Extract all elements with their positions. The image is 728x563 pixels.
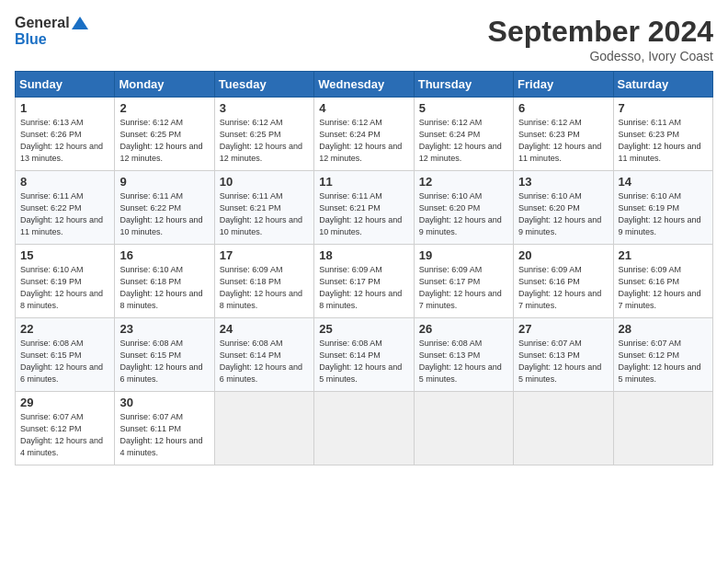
- day-info: Sunrise: 6:12 AMSunset: 6:25 PMDaylight:…: [119, 117, 209, 165]
- calendar-cell: 29Sunrise: 6:07 AMSunset: 6:12 PMDayligh…: [16, 392, 115, 465]
- day-info: Sunrise: 6:11 AMSunset: 6:21 PMDaylight:…: [319, 190, 408, 238]
- day-info: Sunrise: 6:09 AMSunset: 6:16 PMDaylight:…: [619, 264, 708, 312]
- day-info: Sunrise: 6:10 AMSunset: 6:18 PMDaylight:…: [119, 264, 209, 312]
- day-number: 8: [20, 175, 109, 189]
- calendar-cell: 13Sunrise: 6:10 AMSunset: 6:20 PMDayligh…: [514, 171, 613, 245]
- calendar-table: SundayMondayTuesdayWednesdayThursdayFrid…: [15, 71, 713, 465]
- calendar-cell: 24Sunrise: 6:08 AMSunset: 6:14 PMDayligh…: [214, 318, 313, 392]
- day-info: Sunrise: 6:10 AMSunset: 6:20 PMDaylight:…: [518, 190, 608, 238]
- calendar-cell: 22Sunrise: 6:08 AMSunset: 6:15 PMDayligh…: [16, 318, 115, 392]
- day-info: Sunrise: 6:11 AMSunset: 6:22 PMDaylight:…: [20, 190, 109, 238]
- col-header-saturday: Saturday: [613, 72, 712, 98]
- day-info: Sunrise: 6:11 AMSunset: 6:23 PMDaylight:…: [619, 117, 708, 165]
- calendar-cell: 4Sunrise: 6:12 AMSunset: 6:24 PMDaylight…: [314, 98, 414, 171]
- day-number: 25: [319, 322, 408, 336]
- day-number: 26: [419, 322, 508, 336]
- day-info: Sunrise: 6:11 AMSunset: 6:21 PMDaylight:…: [220, 190, 309, 238]
- day-number: 27: [518, 322, 608, 336]
- day-info: Sunrise: 6:10 AMSunset: 6:20 PMDaylight:…: [419, 190, 508, 238]
- logo: General Blue: [15, 15, 88, 47]
- day-number: 7: [619, 101, 708, 115]
- col-header-sunday: Sunday: [16, 72, 115, 98]
- logo-bird-icon: [72, 17, 88, 29]
- calendar-cell: 19Sunrise: 6:09 AMSunset: 6:17 PMDayligh…: [414, 245, 513, 318]
- day-number: 29: [20, 396, 109, 409]
- day-info: Sunrise: 6:09 AMSunset: 6:18 PMDaylight:…: [220, 264, 309, 312]
- day-info: Sunrise: 6:08 AMSunset: 6:13 PMDaylight:…: [419, 338, 508, 385]
- day-info: Sunrise: 6:07 AMSunset: 6:12 PMDaylight:…: [619, 338, 708, 385]
- day-info: Sunrise: 6:10 AMSunset: 6:19 PMDaylight:…: [619, 190, 708, 238]
- title-block: September 2024 Godesso, Ivory Coast: [488, 15, 713, 63]
- day-number: 2: [119, 101, 209, 115]
- logo-container: General Blue: [15, 15, 88, 47]
- calendar-cell: 15Sunrise: 6:10 AMSunset: 6:19 PMDayligh…: [16, 245, 115, 318]
- day-number: 30: [119, 396, 209, 409]
- day-info: Sunrise: 6:08 AMSunset: 6:14 PMDaylight:…: [220, 338, 309, 385]
- calendar-cell: 14Sunrise: 6:10 AMSunset: 6:19 PMDayligh…: [613, 171, 712, 245]
- day-info: Sunrise: 6:10 AMSunset: 6:19 PMDaylight:…: [20, 264, 109, 312]
- day-info: Sunrise: 6:09 AMSunset: 6:17 PMDaylight:…: [319, 264, 408, 312]
- calendar-cell: 18Sunrise: 6:09 AMSunset: 6:17 PMDayligh…: [314, 245, 414, 318]
- day-info: Sunrise: 6:07 AMSunset: 6:13 PMDaylight:…: [518, 338, 608, 385]
- day-info: Sunrise: 6:12 AMSunset: 6:24 PMDaylight:…: [419, 117, 508, 165]
- calendar-cell: 6Sunrise: 6:12 AMSunset: 6:23 PMDaylight…: [514, 98, 613, 171]
- calendar-cell: 21Sunrise: 6:09 AMSunset: 6:16 PMDayligh…: [613, 245, 712, 318]
- day-number: 21: [619, 248, 708, 262]
- day-number: 28: [619, 322, 708, 336]
- logo-general: General: [15, 15, 70, 31]
- day-number: 13: [518, 175, 608, 189]
- day-number: 19: [419, 248, 508, 262]
- day-number: 22: [20, 322, 109, 336]
- day-number: 14: [619, 175, 708, 189]
- calendar-cell: 17Sunrise: 6:09 AMSunset: 6:18 PMDayligh…: [214, 245, 313, 318]
- day-number: 5: [419, 101, 508, 115]
- logo-blue: Blue: [15, 31, 88, 48]
- day-number: 20: [518, 248, 608, 262]
- day-number: 1: [20, 101, 109, 115]
- calendar-cell: 3Sunrise: 6:12 AMSunset: 6:25 PMDaylight…: [214, 98, 313, 171]
- day-info: Sunrise: 6:13 AMSunset: 6:26 PMDaylight:…: [20, 117, 109, 165]
- calendar-cell: 8Sunrise: 6:11 AMSunset: 6:22 PMDaylight…: [16, 171, 115, 245]
- calendar-cell: 1Sunrise: 6:13 AMSunset: 6:26 PMDaylight…: [16, 98, 115, 171]
- svg-marker-0: [72, 17, 88, 29]
- calendar-week-3: 15Sunrise: 6:10 AMSunset: 6:19 PMDayligh…: [16, 245, 713, 318]
- col-header-friday: Friday: [514, 72, 613, 98]
- calendar-cell: 16Sunrise: 6:10 AMSunset: 6:18 PMDayligh…: [115, 245, 214, 318]
- calendar-cell: 10Sunrise: 6:11 AMSunset: 6:21 PMDayligh…: [214, 171, 313, 245]
- calendar-cell: 26Sunrise: 6:08 AMSunset: 6:13 PMDayligh…: [414, 318, 513, 392]
- calendar-cell: 7Sunrise: 6:11 AMSunset: 6:23 PMDaylight…: [613, 98, 712, 171]
- day-info: Sunrise: 6:08 AMSunset: 6:15 PMDaylight:…: [20, 338, 109, 385]
- day-number: 15: [20, 248, 109, 262]
- calendar-cell: [314, 392, 414, 465]
- day-number: 18: [319, 248, 408, 262]
- day-info: Sunrise: 6:12 AMSunset: 6:24 PMDaylight:…: [319, 117, 408, 165]
- calendar-cell: [514, 392, 613, 465]
- month-title: September 2024: [488, 15, 713, 49]
- day-number: 3: [220, 101, 309, 115]
- day-info: Sunrise: 6:07 AMSunset: 6:11 PMDaylight:…: [119, 411, 209, 459]
- col-header-monday: Monday: [115, 72, 214, 98]
- day-number: 6: [518, 101, 608, 115]
- calendar-cell: 27Sunrise: 6:07 AMSunset: 6:13 PMDayligh…: [514, 318, 613, 392]
- calendar-week-5: 29Sunrise: 6:07 AMSunset: 6:12 PMDayligh…: [16, 392, 713, 465]
- calendar-cell: 12Sunrise: 6:10 AMSunset: 6:20 PMDayligh…: [414, 171, 513, 245]
- calendar-cell: 11Sunrise: 6:11 AMSunset: 6:21 PMDayligh…: [314, 171, 414, 245]
- calendar-cell: [414, 392, 513, 465]
- day-number: 10: [220, 175, 309, 189]
- day-number: 12: [419, 175, 508, 189]
- day-number: 23: [119, 322, 209, 336]
- day-number: 17: [220, 248, 309, 262]
- calendar-cell: 30Sunrise: 6:07 AMSunset: 6:11 PMDayligh…: [115, 392, 214, 465]
- day-number: 4: [319, 101, 408, 115]
- location-subtitle: Godesso, Ivory Coast: [488, 49, 713, 63]
- day-info: Sunrise: 6:08 AMSunset: 6:15 PMDaylight:…: [119, 338, 209, 385]
- day-info: Sunrise: 6:09 AMSunset: 6:16 PMDaylight:…: [518, 264, 608, 312]
- day-info: Sunrise: 6:09 AMSunset: 6:17 PMDaylight:…: [419, 264, 508, 312]
- day-info: Sunrise: 6:12 AMSunset: 6:23 PMDaylight:…: [518, 117, 608, 165]
- day-number: 16: [119, 248, 209, 262]
- day-info: Sunrise: 6:11 AMSunset: 6:22 PMDaylight:…: [119, 190, 209, 238]
- day-number: 9: [119, 175, 209, 189]
- day-info: Sunrise: 6:07 AMSunset: 6:12 PMDaylight:…: [20, 411, 109, 459]
- calendar-cell: 2Sunrise: 6:12 AMSunset: 6:25 PMDaylight…: [115, 98, 214, 171]
- col-header-wednesday: Wednesday: [314, 72, 414, 98]
